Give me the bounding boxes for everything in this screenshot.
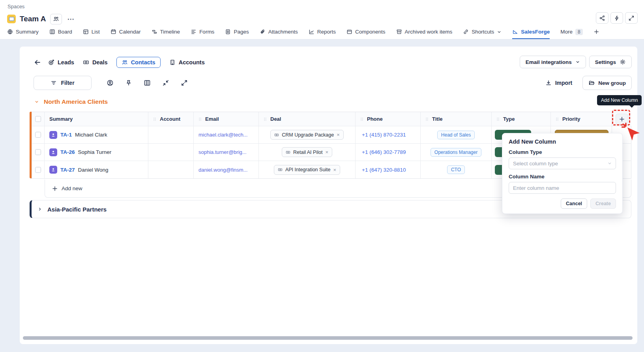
tab-reports[interactable]: Reports (309, 26, 336, 39)
share-button[interactable] (596, 12, 608, 24)
contact-name[interactable]: Sophia Turner (78, 149, 112, 155)
add-tab-button[interactable] (593, 26, 599, 39)
row-checkbox[interactable] (35, 132, 41, 138)
drag-handle-icon[interactable] (496, 117, 500, 122)
tab-pages[interactable]: Pages (225, 26, 249, 39)
assignee-filter-button[interactable] (107, 79, 114, 86)
email-integrations-button[interactable]: Email integrations (520, 56, 586, 68)
column-name-input[interactable] (509, 182, 616, 194)
pin-button[interactable] (125, 79, 132, 86)
globe-icon (7, 29, 13, 35)
column-header-account[interactable]: Account (148, 112, 194, 126)
group-header-north-america[interactable]: North America Clients (34, 98, 108, 105)
work-item-id[interactable]: TA-26 (60, 149, 75, 155)
group-title: Asia-Pacific Partners (47, 206, 107, 213)
column-header-type[interactable]: Type (492, 112, 551, 126)
column-header-summary[interactable]: Summary (45, 112, 148, 126)
drag-handle-icon[interactable] (263, 117, 268, 122)
drag-handle-icon[interactable] (555, 117, 560, 122)
nav-leads[interactable]: Leads (48, 59, 74, 66)
automation-button[interactable] (610, 12, 623, 24)
pages-icon (225, 29, 231, 35)
cancel-button[interactable]: Cancel (561, 198, 587, 209)
phone-link[interactable]: +1 (647) 320-8810 (362, 167, 406, 173)
tab-summary[interactable]: Summary (7, 26, 39, 39)
money-icon (286, 150, 290, 155)
expand-all-button[interactable] (181, 79, 188, 86)
chevron-right-icon (37, 207, 42, 212)
settings-button[interactable]: Settings (589, 56, 632, 68)
space-icon (7, 15, 16, 23)
create-button: Create (590, 198, 616, 209)
column-header-deal[interactable]: Deal (259, 112, 356, 126)
column-header-priority[interactable]: Priority (551, 112, 612, 126)
tab-list[interactable]: List (83, 26, 100, 39)
drag-handle-icon[interactable] (198, 117, 202, 122)
column-header-email[interactable]: Email (194, 112, 259, 126)
tab-shortcuts[interactable]: Shortcuts (463, 26, 502, 39)
drag-handle-icon[interactable] (359, 117, 364, 122)
new-group-button[interactable]: New group (582, 76, 632, 90)
tab-timeline[interactable]: Timeline (152, 26, 180, 39)
table-header-row: Summary Account Email Deal Phone Title T… (32, 112, 631, 126)
board-icon (49, 29, 55, 35)
work-item-id[interactable]: TA-1 (60, 132, 72, 138)
tab-salesforge[interactable]: SalesForge (512, 26, 550, 39)
contact-type-icon (49, 131, 57, 139)
crm-nav: Leads Deals Contacts Accounts (48, 56, 205, 69)
remove-deal-icon[interactable]: × (325, 149, 328, 155)
phone-link[interactable]: +1 (415) 870-2231 (362, 132, 406, 138)
space-members-button[interactable] (50, 14, 62, 24)
column-header-phone[interactable]: Phone (356, 112, 421, 126)
collapse-all-button[interactable] (162, 79, 169, 86)
add-column-button[interactable] (616, 114, 628, 125)
account-cell[interactable] (148, 144, 194, 161)
import-button[interactable]: Import (545, 80, 573, 86)
remove-deal-icon[interactable]: × (333, 167, 337, 173)
list-icon (83, 29, 89, 35)
row-checkbox[interactable] (35, 149, 41, 155)
deal-chip[interactable]: Retail AI Pilot× (282, 147, 332, 157)
email-link[interactable]: sophia.turner@brig... (198, 149, 247, 155)
horizontal-scrollbar[interactable] (23, 336, 633, 340)
space-more-button[interactable]: ⋯ (67, 15, 75, 23)
tab-attachments[interactable]: Attachments (260, 26, 298, 39)
deal-chip[interactable]: CRM Upgrade Package× (270, 130, 344, 140)
back-button[interactable] (32, 56, 43, 68)
download-icon (545, 80, 552, 86)
breadcrumb[interactable]: Spaces (7, 4, 24, 9)
drag-handle-icon[interactable] (152, 117, 157, 122)
deal-chip[interactable]: API Integration Suite× (274, 165, 340, 175)
row-checkbox[interactable] (35, 167, 41, 173)
tab-components[interactable]: Components (346, 26, 386, 39)
nav-deals[interactable]: Deals (83, 59, 108, 66)
tab-board[interactable]: Board (49, 26, 72, 39)
remove-deal-icon[interactable]: × (337, 132, 340, 138)
account-cell[interactable] (148, 161, 194, 178)
column-type-select[interactable]: Select column type (509, 157, 616, 169)
work-item-id[interactable]: TA-27 (60, 167, 75, 173)
nav-contacts[interactable]: Contacts (116, 57, 161, 68)
share-icon (599, 15, 605, 21)
tab-calendar[interactable]: Calendar (110, 26, 141, 39)
salesforge-panel: Leads Deals Contacts Accounts Email inte… (20, 47, 637, 344)
email-link[interactable]: daniel.wong@finsm... (198, 167, 247, 173)
space-name: Team A (20, 15, 46, 23)
folder-icon (588, 80, 595, 86)
columns-button[interactable] (144, 79, 151, 86)
tab-forms[interactable]: Forms (191, 26, 214, 39)
select-all-checkbox[interactable] (35, 116, 41, 122)
tab-more[interactable]: More8 (560, 26, 582, 39)
filter-button[interactable]: Filter (34, 76, 92, 90)
contact-name[interactable]: Michael Clark (75, 132, 107, 138)
account-cell[interactable] (148, 126, 194, 144)
column-header-title[interactable]: Title (421, 112, 492, 126)
phone-link[interactable]: +1 (646) 302-7789 (362, 149, 406, 155)
fullscreen-button[interactable] (625, 12, 638, 24)
contact-type-icon (49, 166, 57, 174)
nav-accounts[interactable]: Accounts (169, 59, 205, 66)
email-link[interactable]: michael.clark@tech... (198, 132, 247, 138)
drag-handle-icon[interactable] (425, 117, 429, 122)
tab-archived-work-items[interactable]: Archived work items (396, 26, 453, 39)
contact-name[interactable]: Daniel Wong (78, 167, 109, 173)
